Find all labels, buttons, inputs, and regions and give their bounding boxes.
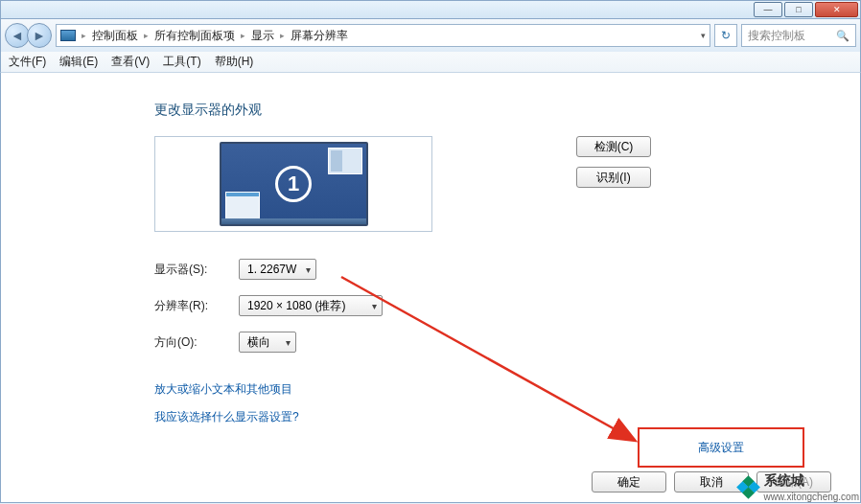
menu-edit[interactable]: 编辑(E) bbox=[59, 54, 98, 70]
display-label: 显示器(S): bbox=[154, 262, 239, 278]
advanced-settings-link[interactable]: 高级设置 bbox=[698, 440, 744, 456]
search-placeholder: 搜索控制板 bbox=[748, 28, 805, 44]
chevron-right-icon: ▸ bbox=[81, 31, 86, 40]
minimize-button[interactable]: — bbox=[754, 2, 782, 17]
chevron-right-icon: ▸ bbox=[241, 31, 245, 40]
resolution-dropdown[interactable]: 1920 × 1080 (推荐) bbox=[239, 295, 383, 316]
text-size-link[interactable]: 放大或缩小文本和其他项目 bbox=[154, 381, 292, 398]
orientation-dropdown[interactable]: 横向 bbox=[239, 332, 296, 353]
breadcrumb-item[interactable]: 屏幕分辨率 bbox=[291, 28, 348, 44]
apply-button[interactable]: 应用(A) bbox=[756, 471, 831, 493]
menu-help[interactable]: 帮助(H) bbox=[215, 54, 254, 70]
detect-button[interactable]: 检测(C) bbox=[576, 136, 651, 157]
forward-button[interactable]: ► bbox=[27, 23, 52, 48]
identify-button[interactable]: 识别(I) bbox=[576, 167, 651, 188]
window-thumbnail-icon bbox=[225, 192, 260, 220]
refresh-button[interactable]: ↻ bbox=[714, 24, 737, 47]
menu-bar: 文件(F) 编辑(E) 查看(V) 工具(T) 帮助(H) bbox=[0, 52, 861, 73]
address-bar[interactable]: ▸ 控制面板 ▸ 所有控制面板项 ▸ 显示 ▸ 屏幕分辨率 ▾ bbox=[56, 24, 710, 47]
navigation-bar: ◄ ► ▸ 控制面板 ▸ 所有控制面板项 ▸ 显示 ▸ 屏幕分辨率 ▾ ↻ 搜索… bbox=[0, 19, 861, 52]
search-input[interactable]: 搜索控制板 🔍 bbox=[741, 24, 856, 47]
close-button[interactable]: ✕ bbox=[815, 2, 858, 17]
menu-file[interactable]: 文件(F) bbox=[9, 54, 46, 70]
resolution-label: 分辨率(R): bbox=[154, 298, 239, 314]
page-title: 更改显示器的外观 bbox=[154, 102, 860, 119]
chevron-right-icon: ▸ bbox=[144, 31, 149, 40]
cancel-button[interactable]: 取消 bbox=[674, 471, 749, 493]
control-panel-icon bbox=[60, 30, 76, 41]
window-titlebar: — □ ✕ bbox=[0, 0, 861, 19]
ok-button[interactable]: 确定 bbox=[592, 471, 666, 493]
breadcrumb-item[interactable]: 控制面板 bbox=[92, 28, 138, 44]
taskbar-icon bbox=[221, 218, 366, 224]
orientation-label: 方向(O): bbox=[154, 334, 239, 351]
search-icon[interactable]: 🔍 bbox=[836, 30, 849, 42]
menu-view[interactable]: 查看(V) bbox=[111, 54, 150, 70]
maximize-button[interactable]: □ bbox=[784, 2, 813, 17]
display-help-link[interactable]: 我应该选择什么显示器设置? bbox=[154, 409, 299, 425]
display-dropdown[interactable]: 1. 2267W bbox=[239, 259, 316, 280]
display-preview[interactable]: 1 bbox=[154, 136, 432, 232]
chevron-right-icon: ▸ bbox=[280, 31, 285, 40]
monitor-thumbnail[interactable]: 1 bbox=[220, 142, 368, 226]
address-dropdown-icon[interactable]: ▾ bbox=[701, 31, 706, 40]
monitor-number: 1 bbox=[275, 166, 312, 202]
window-thumbnail-icon bbox=[328, 148, 362, 174]
breadcrumb-item[interactable]: 显示 bbox=[251, 28, 274, 44]
content-pane: 更改显示器的外观 1 检测(C) 识别(I) 显示器(S): 1. 2267W … bbox=[0, 73, 861, 503]
dialog-button-bar: 确定 取消 应用(A) bbox=[592, 471, 831, 493]
menu-tools[interactable]: 工具(T) bbox=[163, 54, 200, 70]
annotation-highlight-box: 高级设置 bbox=[638, 427, 804, 468]
breadcrumb-item[interactable]: 所有控制面板项 bbox=[154, 28, 235, 44]
